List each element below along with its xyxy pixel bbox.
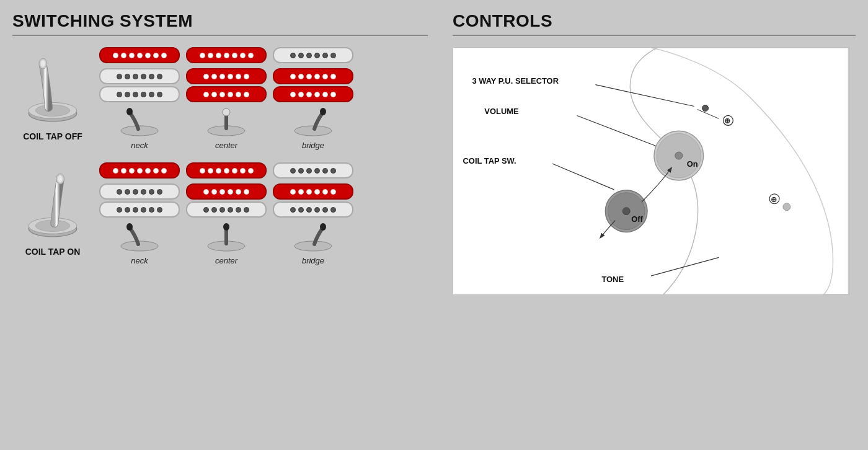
svg-point-4: [41, 60, 45, 67]
coil-tap-on-section: COIL TAP ON: [12, 162, 428, 265]
neck-bar-off-active: [99, 47, 180, 63]
bridge-label-off: bridge: [302, 141, 324, 150]
center-pickup-on-top: [186, 162, 267, 179]
svg-point-10: [320, 108, 326, 115]
coil-tap-on-toggle: COIL TAP ON: [12, 169, 93, 257]
svg-text:On: On: [687, 159, 698, 169]
pickup-row-1-on: [99, 162, 428, 179]
center-humbucker-on: [186, 183, 267, 218]
svg-point-8: [223, 108, 230, 116]
svg-text:VOLUME: VOLUME: [484, 107, 519, 116]
right-divider: [453, 35, 856, 36]
bridge-position-on-icon: [288, 223, 338, 254]
neck-pickup-on-top: [99, 162, 180, 179]
center-label-on: center: [215, 256, 237, 265]
bridge-selector-off: bridge: [273, 107, 353, 150]
coil-tap-off-section: COIL TAP OFF: [12, 47, 428, 150]
svg-text:3 WAY P.U. SELECTOR: 3 WAY P.U. SELECTOR: [472, 76, 559, 86]
svg-point-24: [702, 105, 709, 112]
neck-humbucker-off: [99, 68, 180, 102]
neck-position-on-icon: [115, 223, 164, 254]
switching-system-title: SWITCHING SYSTEM: [12, 11, 428, 31]
svg-point-2: [35, 105, 69, 116]
neck-label-on: neck: [131, 256, 148, 265]
svg-point-15: [58, 175, 62, 182]
svg-point-42: [783, 203, 790, 211]
center-selector-on: center: [186, 223, 267, 265]
toggle-switch-on-icon: [25, 169, 81, 243]
neck-humbucker-on: [99, 183, 180, 218]
selector-row-off: neck center: [99, 107, 428, 150]
pickup-row-2-on: [99, 183, 428, 218]
selector-row-on: neck center: [99, 223, 428, 265]
switching-system-section: SWITCHING SYSTEM: [0, 0, 440, 450]
coil-tap-off-label: COIL TAP OFF: [23, 131, 82, 141]
svg-point-17: [126, 223, 133, 231]
bridge-pickup-off: [273, 47, 353, 63]
bridge-bar-off-inactive: [273, 47, 353, 63]
bridge-humbucker-on: [273, 183, 353, 218]
center-position-icon: [202, 107, 251, 138]
bridge-position-icon: [288, 107, 338, 138]
center-selector-off: center: [186, 107, 267, 150]
left-divider: [12, 35, 428, 36]
coil-tap-on-pickups: neck center: [93, 162, 428, 265]
svg-point-19: [223, 223, 229, 231]
controls-diagram: 3 WAY P.U. SELECTOR ⊕ VOLUME On COIL TAP: [453, 47, 849, 295]
neck-label-off: neck: [131, 141, 148, 150]
neck-pickup-off: [99, 47, 180, 63]
pickup-row-2-off: [99, 68, 428, 102]
svg-text:Off: Off: [631, 214, 643, 224]
bridge-label-on: bridge: [302, 256, 324, 265]
controls-title: CONTROLS: [453, 11, 856, 31]
coil-tap-off-toggle: COIL TAP OFF: [12, 53, 93, 141]
svg-point-6: [126, 108, 133, 115]
svg-point-32: [675, 152, 683, 159]
coil-tap-off-pickups: neck center: [93, 47, 428, 150]
center-humbucker-off: [186, 68, 267, 102]
neck-position-icon: [115, 107, 164, 138]
toggle-switch-off-icon: [25, 53, 81, 128]
svg-text:⊕: ⊕: [771, 195, 777, 204]
coil-tap-on-label: COIL TAP ON: [25, 247, 81, 257]
svg-point-38: [622, 208, 630, 215]
center-pickup-off: [186, 47, 267, 63]
bridge-pickup-on-top: [273, 162, 353, 179]
svg-point-21: [320, 223, 326, 231]
bridge-selector-on: bridge: [273, 223, 353, 265]
svg-text:⊕: ⊕: [724, 117, 730, 125]
neck-selector-off: neck: [99, 107, 180, 150]
center-position-on-icon: [202, 223, 251, 254]
center-label-off: center: [215, 141, 237, 150]
svg-text:TONE: TONE: [601, 275, 624, 284]
controls-section: CONTROLS 3 WAY P.U. SELECTOR ⊕: [440, 0, 868, 450]
center-bar-off-active: [186, 47, 267, 63]
svg-text:COIL TAP SW.: COIL TAP SW.: [463, 156, 516, 165]
controls-diagram-svg: 3 WAY P.U. SELECTOR ⊕ VOLUME On COIL TAP: [453, 48, 849, 294]
bridge-humbucker-off: [273, 68, 353, 102]
neck-selector-on: neck: [99, 223, 180, 265]
pickup-row-1-off: [99, 47, 428, 63]
